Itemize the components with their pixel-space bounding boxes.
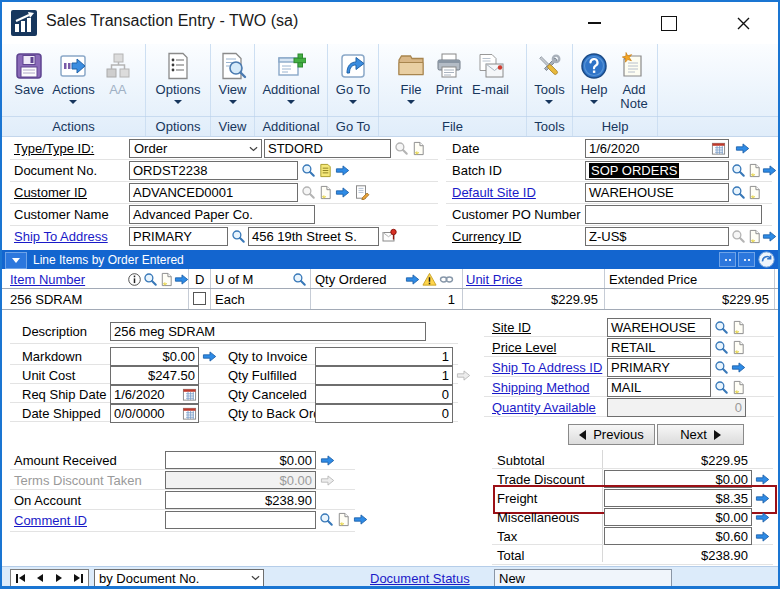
additional-button[interactable]: Additional [262,50,319,104]
batch-id-field[interactable]: SOP ORDERS [585,161,729,180]
lookup-icon[interactable] [300,161,317,179]
ship-to-street-field[interactable]: 456 19th Street S. [248,227,379,246]
note-icon[interactable] [730,318,747,336]
ship-to-address-id-field[interactable]: PRIMARY [607,358,711,377]
previous-record-button[interactable] [30,570,49,586]
uofm-cell[interactable]: Each [215,292,245,307]
first-record-button[interactable] [11,570,30,586]
expansion-arrow-icon[interactable] [352,510,369,528]
expansion-arrow-icon[interactable] [754,527,771,545]
expansion-arrow-icon[interactable] [761,161,778,179]
note-icon[interactable] [335,510,352,528]
lookup-icon[interactable] [713,338,730,356]
site-id-field[interactable]: WAREHOUSE [607,318,711,337]
type-id-field[interactable]: STDORD [264,139,391,158]
qty-canceled-field[interactable]: 0 [315,385,453,404]
calendar-icon[interactable] [181,385,198,403]
markdown-field[interactable]: $0.00 [110,347,199,366]
show-detail-button[interactable] [719,252,736,267]
comment-id-field[interactable] [165,511,316,529]
description-field[interactable]: 256 meg SDRAM [110,322,426,341]
document-no-field[interactable]: ORDST2238 [129,161,298,180]
sort-by-combo[interactable]: by Document No. [94,569,264,587]
note-attached-icon[interactable] [317,161,334,179]
lookup-icon[interactable] [730,161,747,179]
shipping-method-link[interactable]: Shipping Method [492,380,590,395]
unit-price-cell[interactable]: $229.95 [466,292,598,307]
print-button[interactable]: Print [434,50,464,97]
comment-id-link[interactable]: Comment ID [14,513,87,528]
amount-received-field[interactable]: $0.00 [165,451,316,469]
goto-button[interactable]: Go To [336,50,370,104]
unit-cost-field[interactable]: $247.50 [110,366,199,385]
close-button[interactable] [728,8,758,38]
help-button[interactable]: Help [579,50,609,104]
ship-to-address-id-link[interactable]: Ship To Address ID [492,360,602,375]
drop-ship-checkbox[interactable] [193,292,206,305]
type-label[interactable]: Type/Type ID: [14,141,94,156]
tax-field[interactable]: $0.60 [604,527,752,545]
item-number-cell[interactable]: 256 SDRAM [10,292,82,307]
next-record-button[interactable] [50,570,69,586]
customer-id-field[interactable]: ADVANCED0001 [129,183,298,202]
lookup-icon[interactable] [713,358,730,376]
actions-button[interactable]: Actions [52,50,95,104]
default-site-id-link[interactable]: Default Site ID [452,185,536,200]
site-id-label[interactable]: Site ID [492,320,531,335]
expansion-arrow-icon[interactable] [730,358,747,376]
minimize-button[interactable] [579,8,609,38]
document-status-link[interactable]: Document Status [370,571,470,586]
lookup-icon[interactable] [142,270,159,288]
date-field[interactable]: 1/6/2020 [585,139,729,158]
currency-id-field[interactable]: Z-US$ [585,227,729,246]
qty-to-back-order-field[interactable]: 0 [315,404,453,423]
customer-name-field[interactable]: Advanced Paper Co. [129,205,315,224]
expansion-arrow-icon[interactable] [319,451,336,469]
qty-to-invoice-field[interactable]: 1 [315,347,453,366]
note-icon[interactable] [410,139,427,157]
quantity-available-link[interactable]: Quantity Available [492,400,596,415]
type-combo[interactable]: Order [129,139,262,158]
previous-button[interactable]: Previous [568,424,655,445]
customer-id-label[interactable]: Customer ID [14,185,87,200]
address-pin-icon[interactable] [381,227,398,245]
shipping-method-field[interactable]: MAIL [607,378,711,397]
ship-to-address-link[interactable]: Ship To Address [14,229,108,244]
hide-detail-button[interactable] [738,252,755,267]
collapse-section-button[interactable] [5,252,27,269]
expansion-arrow-icon[interactable] [754,508,771,526]
expansion-arrow-icon[interactable] [201,347,218,365]
lookup-icon[interactable] [713,318,730,336]
unit-price-column-link[interactable]: Unit Price [466,272,522,287]
write-letters-icon[interactable] [354,183,371,201]
expansion-arrow-icon[interactable] [334,183,351,201]
currency-id-label[interactable]: Currency ID [452,229,521,244]
note-icon[interactable] [730,338,747,356]
expansion-arrow-icon[interactable] [734,139,751,157]
note-icon[interactable] [317,183,334,201]
expansion-arrow-icon[interactable] [173,270,190,288]
item-number-column-link[interactable]: Item Number [10,272,85,287]
next-button[interactable]: Next [657,424,744,445]
info-icon[interactable] [126,270,143,288]
trade-discount-field[interactable]: $0.00 [604,470,752,488]
save-button[interactable]: Save [14,50,44,97]
expansion-arrow-icon[interactable] [754,489,771,507]
calendar-icon[interactable] [181,404,198,422]
expansion-arrow-icon[interactable] [761,227,778,245]
lookup-icon[interactable] [291,270,308,288]
last-record-button[interactable] [69,570,88,586]
qty-fulfilled-field[interactable]: 1 [315,366,453,385]
qty-ordered-cell[interactable]: 1 [315,292,455,307]
expansion-arrow-icon[interactable] [404,270,421,288]
options-button[interactable]: Options [156,50,201,104]
email-button[interactable]: E-mail [472,50,509,97]
add-note-button[interactable]: Add Note [617,50,651,111]
lookup-icon[interactable] [318,510,335,528]
price-level-label[interactable]: Price Level [492,340,556,355]
file-button[interactable]: File [396,50,426,104]
tools-button[interactable]: Tools [534,50,564,104]
default-site-id-field[interactable]: WAREHOUSE [585,183,729,202]
freight-field[interactable]: $8.35 [604,489,752,507]
ship-to-address-field[interactable]: PRIMARY [129,227,228,246]
